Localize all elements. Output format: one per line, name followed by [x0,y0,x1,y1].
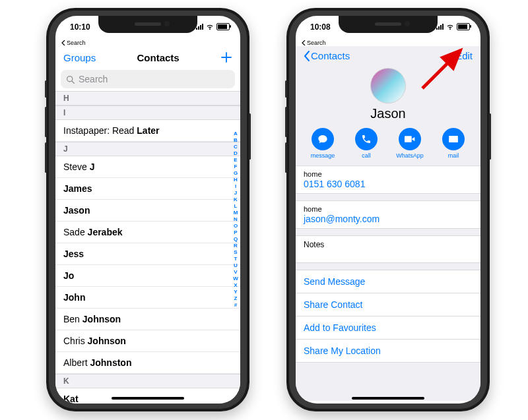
contact-row[interactable]: Ben Johnson [55,309,240,330]
contact-row[interactable]: Jason [55,200,240,222]
edit-button[interactable]: Edit [455,50,473,61]
contact-row[interactable]: Jo [55,265,240,287]
groups-button[interactable]: Groups [63,52,96,63]
phone-value[interactable]: 0151 630 6081 [304,178,473,189]
section-header: J [55,142,240,156]
action-mail[interactable]: mail [438,128,469,159]
index-letter[interactable]: N [232,216,239,223]
index-letter[interactable]: I [232,183,239,190]
index-letter[interactable]: F [232,164,239,170]
action-call[interactable]: call [350,128,382,159]
call-icon [355,128,378,150]
back-button[interactable]: Contacts [304,50,350,61]
home-indicator[interactable] [112,397,184,400]
contact-row[interactable]: Kat [55,388,240,404]
index-letter[interactable]: Z [232,295,239,302]
contact-row[interactable]: Jess [55,243,240,265]
nav-bar: Groups Contacts [55,46,240,69]
email-card[interactable]: home jason@monty.com [296,200,480,229]
status-time: 10:08 [310,22,331,32]
wifi-icon [206,22,214,30]
avatar-block: Jason [296,65,480,125]
link-add-to-favourites[interactable]: Add to Favourites [296,316,480,340]
index-letter[interactable]: P [232,229,239,236]
action-links: Send MessageShare ContactAdd to Favourit… [296,270,480,363]
link-share-contact[interactable]: Share Contact [296,293,480,316]
search-placeholder: Search [79,74,108,84]
index-letter[interactable]: B [232,137,239,144]
contact-row[interactable]: Sade Jerabek [55,222,240,243]
battery-icon [216,23,230,30]
action-label: mail [448,152,459,159]
page-title: Contacts [137,52,180,63]
contact-row[interactable]: John [55,287,240,309]
index-letter[interactable]: E [232,157,239,164]
nav-bar: Contacts Edit [296,46,480,65]
contact-row[interactable]: James [55,178,240,200]
link-share-my-location[interactable]: Share My Location [296,340,480,363]
index-letter[interactable]: J [232,190,239,196]
notes-card[interactable]: Notes [296,235,480,263]
index-letter[interactable]: Q [232,236,239,243]
index-letter[interactable]: Y [232,289,239,295]
chevron-left-icon [61,40,65,45]
contact-row[interactable]: Instapaper: Read Later [55,120,240,142]
index-letter[interactable]: O [232,223,239,229]
index-letter[interactable]: S [232,249,239,256]
contacts-list[interactable]: ABCDEFGHIJKLMNOPQRSTUVWXYZ# HIInstapaper… [55,91,240,404]
index-letter[interactable]: G [232,170,239,177]
section-header: H [55,91,240,105]
contact-name: Jason [370,106,405,121]
link-send-message[interactable]: Send Message [296,270,480,293]
action-label: message [311,152,335,159]
index-letter[interactable]: # [232,302,239,309]
status-time: 10:10 [70,22,90,32]
action-label: WhatsApp [396,152,424,159]
index-letter[interactable]: H [232,177,239,183]
screen-contacts-list: 10:10 Search Groups Contacts [55,16,240,404]
action-whatsapp[interactable]: WhatsApp [394,128,426,159]
whatsapp-icon [399,128,421,150]
battery-icon [457,23,470,30]
contact-row[interactable]: Albert Johnston [55,352,240,374]
section-header: K [55,374,240,388]
avatar[interactable] [370,68,406,104]
index-letter[interactable]: C [232,144,239,150]
back-to-search[interactable]: Search [55,40,240,46]
wifi-icon [446,22,454,30]
field-label: home [304,205,473,213]
index-letter[interactable]: D [232,150,239,157]
contact-row[interactable]: Chris Johnson [55,330,240,352]
section-header: I [55,105,240,120]
index-letter[interactable]: U [232,262,239,269]
screen-contact-detail: 10:08 Search Contacts Edit [296,16,480,404]
index-letter[interactable]: K [232,196,239,203]
action-message[interactable]: message [307,128,339,159]
index-letter[interactable]: R [232,243,239,249]
field-label: home [304,170,473,178]
index-letter[interactable]: W [232,276,239,282]
index-letter[interactable]: T [232,256,239,262]
plus-icon [220,51,232,63]
search-input[interactable]: Search [61,70,235,88]
add-contact-button[interactable] [220,51,232,63]
section-index[interactable]: ABCDEFGHIJKLMNOPQRSTUVWXYZ# [232,131,239,309]
index-letter[interactable]: A [232,131,239,137]
home-indicator[interactable] [352,397,424,400]
index-letter[interactable]: X [232,282,239,289]
search-icon [66,75,75,84]
email-value[interactable]: jason@monty.com [304,213,473,224]
chevron-left-icon [304,51,310,61]
back-to-search[interactable]: Search [296,40,480,46]
index-letter[interactable]: V [232,269,239,276]
action-label: call [362,152,371,159]
contact-row[interactable]: Steve J [55,156,240,178]
index-letter[interactable]: L [232,203,239,210]
screenshot-stage: 10:10 Search Groups Contacts [0,0,528,420]
phone-card[interactable]: home 0151 630 6081 [296,165,480,194]
index-letter[interactable]: M [232,210,239,216]
notch [339,16,438,33]
message-icon [312,128,334,150]
phone-left: 10:10 Search Groups Contacts [46,8,249,411]
quick-actions: messagecallWhatsAppmail [296,125,480,165]
